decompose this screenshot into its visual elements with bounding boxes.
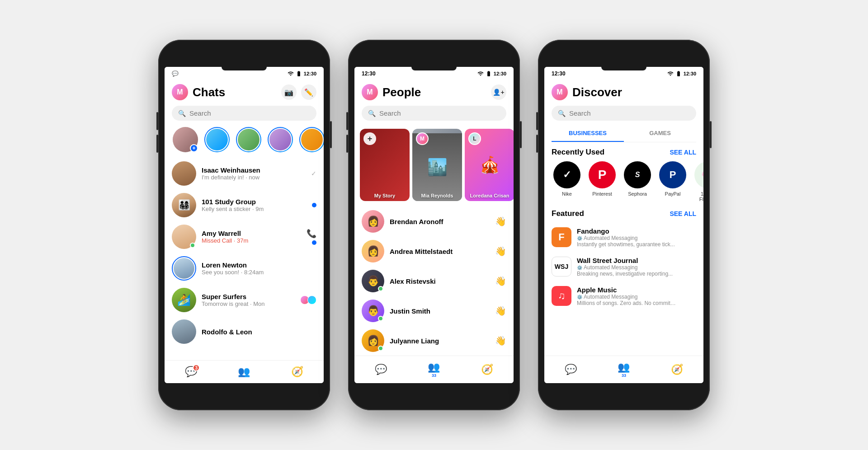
- brand-sephora[interactable]: S Sephora: [622, 161, 653, 202]
- featured-see-all[interactable]: SEE ALL: [670, 210, 696, 217]
- nav-people3[interactable]: 👥 33: [612, 360, 635, 380]
- story-face-3: [269, 129, 291, 150]
- vol-down-btn: [156, 135, 158, 153]
- chat-item-loren[interactable]: Loren Newton See you soon! · 8:24am: [165, 253, 324, 284]
- chat-info-isaac: Isaac Weinhausen I'm definately in! · no…: [202, 166, 306, 181]
- camera-button[interactable]: 📷: [281, 84, 297, 100]
- discover-search-input[interactable]: [569, 109, 690, 117]
- story-avatar-4: [299, 127, 324, 152]
- user-avatar3[interactable]: M: [552, 84, 568, 100]
- compose-button[interactable]: ✏️: [301, 84, 316, 100]
- phone-frame-people: 12:30 12:30 M People 👤+ 🔍: [348, 40, 520, 410]
- justin-name: Justin Smith: [390, 307, 490, 315]
- tab-businesses[interactable]: BUSINESSES: [552, 125, 624, 142]
- nav-discover2[interactable]: 🧭: [476, 362, 499, 377]
- loredana-story[interactable]: 🎪 L Loredana Crisan: [465, 129, 514, 201]
- chat-item-isaac[interactable]: Isaac Weinhausen I'm definately in! · no…: [165, 158, 324, 189]
- paypal-logo: P: [659, 161, 686, 188]
- pinterest-name: Pinterest: [592, 191, 612, 197]
- user-avatar2[interactable]: M: [362, 84, 378, 100]
- add-story-btn: +: [190, 144, 198, 152]
- vol-up-btn2: [346, 112, 348, 130]
- notch3: [601, 67, 646, 70]
- featured-fandango[interactable]: F Fandango ⚙️ Automated Messaging Instan…: [544, 223, 703, 252]
- chat-item-rodolfo[interactable]: Rodolfo & Leon: [165, 316, 324, 347]
- chat-avatar-rodolfo: [172, 319, 196, 344]
- story-item-4[interactable]: [298, 127, 324, 152]
- story-add-btn: +: [363, 132, 376, 145]
- nav-chats3[interactable]: 💬: [559, 362, 582, 377]
- discover-nav-icon2: 🧭: [481, 364, 493, 375]
- discover-search-bar[interactable]: 🔍: [552, 106, 696, 121]
- julyanne-name: Julyanne Liang: [390, 337, 490, 345]
- people-search-input[interactable]: [379, 109, 500, 117]
- add-story-item[interactable]: +: [172, 127, 199, 152]
- mia-story[interactable]: 🏙️ M Mia Reynolds: [412, 129, 462, 201]
- nav-discover3[interactable]: 🧭: [665, 362, 689, 377]
- phone-chats: 💬 12:30 M Chats 📷 ✏️ 🔍: [158, 40, 330, 410]
- story-inner-2: [237, 128, 260, 151]
- chat-meta-study: [312, 203, 316, 207]
- chat-info-rodolfo: Rodolfo & Leon: [202, 328, 316, 336]
- user-avatar[interactable]: M: [172, 84, 188, 100]
- apple-music-desc: Millions of songs. Zero ads. No commitme…: [577, 300, 676, 306]
- wave-icon-justin: 👋: [495, 305, 506, 316]
- story-item-2[interactable]: [235, 127, 262, 152]
- story-item-1[interactable]: [203, 127, 231, 152]
- phone-icon: 📞: [307, 229, 316, 239]
- chats-search-bar[interactable]: 🔍: [172, 106, 316, 121]
- tab-games[interactable]: GAMES: [624, 125, 696, 142]
- story-item-3[interactable]: [267, 127, 294, 152]
- wave-icon-andrea: 👋: [495, 246, 506, 257]
- check-icon: ✓: [311, 170, 316, 177]
- power-btn: [330, 121, 332, 148]
- brand-paypal[interactable]: P PayPal: [657, 161, 688, 202]
- recently-used-see-all[interactable]: SEE ALL: [670, 149, 696, 156]
- people-stories: + My Story 🏙️ M Mia Reynolds 🎪: [354, 125, 514, 206]
- chats-title: Chats: [193, 85, 281, 99]
- nav-people[interactable]: 👥: [232, 364, 255, 380]
- my-story[interactable]: + My Story: [360, 129, 410, 201]
- sephora-logo: S: [624, 161, 651, 188]
- people-item-justin[interactable]: 👨 Justin Smith 👋: [354, 296, 514, 326]
- nav-discover[interactable]: 🧭: [286, 364, 309, 380]
- featured-apple-music[interactable]: ♫ Apple Music ⚙️ Automated Messaging Mil…: [544, 281, 703, 311]
- julyanne-avatar: 👩: [362, 329, 384, 352]
- avatar-rodolfo: [172, 319, 196, 344]
- nav-chats2[interactable]: 💬: [369, 362, 392, 377]
- brendan-avatar: 👩: [362, 210, 384, 233]
- fandango-desc: Instantly get showtimes, guarantee tick.…: [577, 241, 675, 248]
- chat-item-surfers[interactable]: 🏄 Super Surfers Tomorrow is great · Mon: [165, 284, 324, 316]
- wave-icon-julyanne: 👋: [495, 335, 506, 346]
- brand-nike[interactable]: ✓ Nike: [552, 161, 582, 202]
- chats-search-input[interactable]: [189, 109, 310, 117]
- people-item-alex[interactable]: 👨 Alex Ristevski 👋: [354, 266, 514, 296]
- chat-name-rodolfo: Rodolfo & Leon: [202, 328, 316, 336]
- discover-title: Discover: [572, 85, 696, 99]
- nav-chats[interactable]: 💬 3: [179, 364, 203, 380]
- unread-dot-study: [312, 203, 316, 207]
- chat-name-amy: Amy Warrell: [202, 230, 301, 237]
- people-item-andrea[interactable]: 👩 Andrea Mittelstaedt 👋: [354, 236, 514, 266]
- people-header-icons: 👤+: [491, 84, 506, 100]
- people-item-brendan[interactable]: 👩 Brendan Aronoff 👋: [354, 206, 514, 236]
- wsj-logo: WSJ: [552, 257, 571, 277]
- chat-name-loren: Loren Newton: [202, 261, 316, 269]
- nav-people2[interactable]: 👥 33: [422, 360, 445, 380]
- people-search-bar[interactable]: 🔍: [362, 106, 506, 121]
- chat-avatar-isaac: [172, 161, 196, 186]
- chat-avatar-surfers: 🏄: [172, 288, 196, 312]
- brand-flowers[interactable]: 🌸 1-800-Flowers: [693, 161, 703, 202]
- search-icon3: 🔍: [558, 110, 566, 117]
- apple-music-logo: ♫: [552, 286, 571, 306]
- add-person-button[interactable]: 👤+: [491, 84, 506, 100]
- chat-item-amy[interactable]: Amy Warrell Missed Call · 37m 📞: [165, 221, 324, 253]
- people-item-julyanne[interactable]: 👩 Julyanne Liang 👋: [354, 326, 514, 356]
- story-avatar-1: [204, 127, 230, 152]
- brand-pinterest[interactable]: P Pinterest: [587, 161, 618, 202]
- chat-item-study[interactable]: 👨‍👩‍👧‍👦 101 Study Group Kelly sent a sti…: [165, 189, 324, 221]
- featured-wsj[interactable]: WSJ Wall Street Journal ⚙️ Automated Mes…: [544, 252, 703, 281]
- notch2: [411, 67, 457, 70]
- clock3: 12:30: [552, 70, 566, 77]
- paypal-name: PayPal: [665, 191, 681, 197]
